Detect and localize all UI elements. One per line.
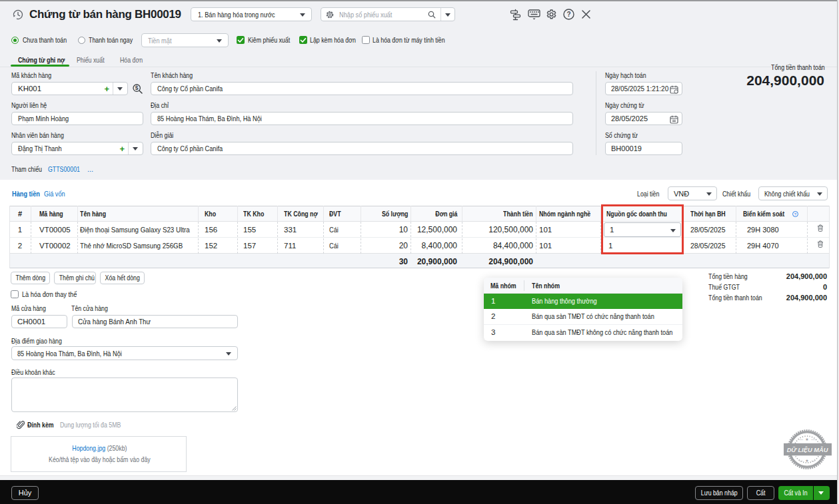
svg-text:$: $ [135, 85, 139, 91]
svg-text:DỮ LIỆU MẪU: DỮ LIỆU MẪU [787, 446, 828, 453]
svg-text:?: ? [566, 11, 570, 18]
svg-text:?: ? [794, 212, 797, 216]
svg-text:— ★ —: — ★ — [799, 437, 815, 441]
svg-text:— ★ —: — ★ — [799, 459, 815, 463]
